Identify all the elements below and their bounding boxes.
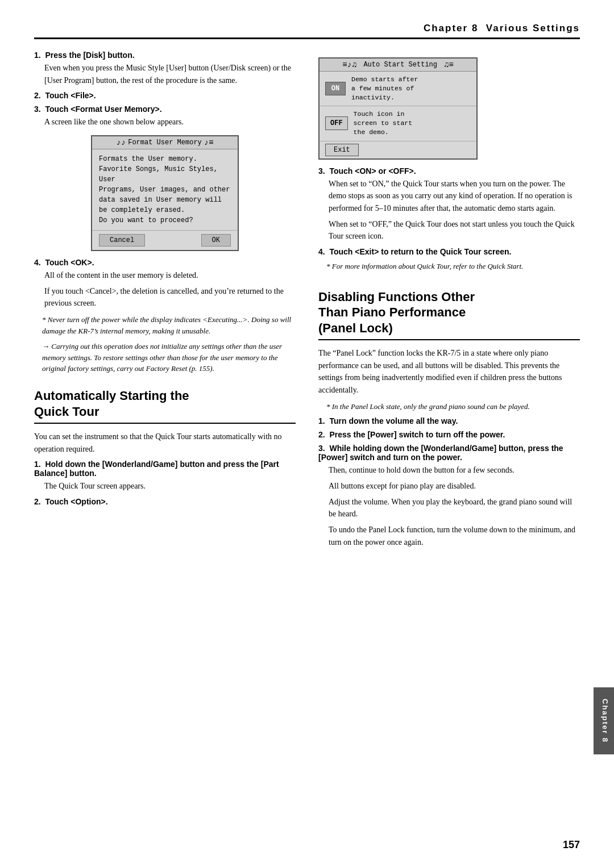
step-2-label: 2. Touch <File>. (34, 91, 296, 100)
auto-title-notes-left: ≡♪♫ (342, 60, 356, 69)
step-4: 4. Touch <OK>. All of the content in the… (34, 258, 296, 310)
auto-on-line3: inactivity. (351, 93, 418, 102)
auto-section-heading: Automatically Starting the Quick Tour (34, 388, 296, 424)
screen-line-6: Do you want to proceed? (99, 215, 231, 226)
disabling-heading-line2: Than Piano Performance (318, 305, 466, 319)
auto-off-desc: Touch icon in screen to start the demo. (354, 110, 413, 137)
auto-step-1: 1. Hold down the [Wonderland/Game] butto… (34, 460, 296, 493)
music-notes-left: ♪♪ (116, 138, 126, 147)
auto-step-1-label: 1. Hold down the [Wonderland/Game] butto… (34, 460, 296, 478)
step-2: 2. Touch <File>. (34, 91, 296, 100)
note-1: * Never turn off the power while the dis… (42, 314, 296, 336)
auto-exit-row: Exit (320, 141, 476, 158)
right-step-4-label: 4. Touch <Exit> to return to the Quick T… (318, 247, 580, 256)
disabling-heading-line1: Disabling Functions Other (318, 290, 475, 304)
screen-title-bar: ♪♪ Format User Memory ♪≡ (92, 136, 238, 149)
left-column: 1. Press the [Disk] button. Even when yo… (34, 51, 296, 553)
auto-on-desc: Demo starts after a few minutes of inact… (351, 75, 418, 102)
auto-start-screen: ≡♪♫ Auto Start Setting ♫≡ ON Demo starts… (318, 57, 478, 160)
screen-line-1: Formats the User memory. (99, 154, 231, 164)
disabling-step-3-body4: To undo the Panel Lock function, turn th… (329, 524, 580, 548)
auto-title-bar: ≡♪♫ Auto Start Setting ♫≡ (320, 59, 476, 72)
disabling-step-3-body3: Adjust the volume. When you play the key… (329, 496, 580, 520)
screen-line-4: data saved in User memory will (99, 195, 231, 205)
step-1-label: 1. Press the [Disk] button. (34, 51, 296, 60)
disabling-step-3-body1: Then, continue to hold down the button f… (329, 464, 580, 477)
disabling-note1: * In the Panel Lock state, only the gran… (326, 401, 580, 412)
auto-section-intro: You can set the instrument so that the Q… (34, 431, 296, 455)
step-1: 1. Press the [Disk] button. Even when yo… (34, 51, 296, 86)
right-step-3-label: 3. Touch <ON> or <OFF>. (318, 166, 580, 176)
auto-off-line2: screen to start (354, 119, 413, 128)
right-step-3-body1: When set to “ON,” the Quick Tour starts … (329, 178, 580, 215)
right-step-4: 4. Touch <Exit> to return to the Quick T… (318, 247, 580, 256)
disabling-section: Disabling Functions Other Than Piano Per… (318, 289, 580, 549)
auto-off-btn[interactable]: OFF (325, 116, 348, 130)
step-3: 3. Touch <Format User Memory>. A screen … (34, 105, 296, 128)
auto-on-line2: a few minutes of (351, 84, 418, 93)
chapter-section-title: Various Settings (486, 23, 580, 34)
step-3-body: A screen like the one shown below appear… (44, 116, 296, 128)
step-1-body: Even when you press the Music Style [Use… (44, 62, 296, 86)
auto-off-line1: Touch icon in (354, 110, 413, 119)
auto-heading-line1: Automatically Starting the (34, 389, 189, 403)
disabling-step-2-label: 2. Press the [Power] switch to turn off … (318, 430, 580, 439)
page-number: 157 (563, 839, 580, 851)
auto-heading-line2: Quick Tour (34, 404, 99, 419)
note-quicktour: * For more information about Quick Tour,… (326, 261, 580, 272)
auto-exit-btn[interactable]: Exit (325, 144, 359, 156)
screen-line-2: Favorite Songs, Music Styles, User (99, 164, 231, 185)
screen-line-3: Programs, User images, and other (99, 185, 231, 195)
auto-on-row: ON Demo starts after a few minutes of in… (320, 72, 476, 106)
right-step-3: 3. Touch <ON> or <OFF>. When set to “ON,… (318, 166, 580, 243)
auto-on-btn[interactable]: ON (325, 82, 346, 95)
right-column: ≡♪♫ Auto Start Setting ♫≡ ON Demo starts… (318, 51, 580, 553)
auto-title-notes-right: ♫≡ (444, 60, 454, 69)
auto-section: Automatically Starting the Quick Tour Yo… (34, 388, 296, 506)
screen-line-5: be completely erased. (99, 205, 231, 215)
auto-off-line3: the demo. (354, 128, 413, 137)
note-arrow: → Carrying out this operation does not i… (42, 341, 296, 374)
chapter-tab-text: Chapter 8 (601, 699, 609, 743)
disabling-step-1: 1. Turn down the volume all the way. (318, 416, 580, 425)
disabling-step-2: 2. Press the [Power] switch to turn off … (318, 430, 580, 439)
music-notes-right: ♪≡ (204, 138, 214, 147)
format-user-memory-screen: ♪♪ Format User Memory ♪≡ Formats the Use… (91, 135, 239, 251)
disabling-heading-line3: (Panel Lock) (318, 321, 393, 335)
cancel-button[interactable]: Cancel (99, 234, 145, 247)
step-4-body-2: If you touch <Cancel>, the deletion is c… (44, 285, 296, 310)
auto-off-row: OFF Touch icon in screen to start the de… (320, 106, 476, 141)
disabling-step-3-label: 3. While holding down the [Wonderland/Ga… (318, 444, 580, 462)
chapter-title: Chapter 8 (424, 23, 478, 34)
auto-title-text: Auto Start Setting (363, 61, 437, 69)
page-header: Chapter 8 Various Settings (34, 23, 580, 39)
ok-button[interactable]: OK (201, 234, 231, 247)
disabling-step-3: 3. While holding down the [Wonderland/Ga… (318, 444, 580, 548)
disabling-step-3-body2: All buttons except for piano play are di… (329, 480, 580, 493)
screen-title: Format User Memory (128, 139, 202, 147)
screen-buttons: Cancel OK (92, 230, 238, 250)
disabling-heading: Disabling Functions Other Than Piano Per… (318, 289, 580, 341)
auto-step-2: 2. Touch <Option>. (34, 497, 296, 506)
screen-content: Formats the User memory. Favorite Songs,… (92, 149, 238, 230)
chapter-tab: Chapter 8 (594, 687, 614, 754)
step-4-label: 4. Touch <OK>. (34, 258, 296, 267)
disabling-intro: The “Panel Lock” function locks the KR-7… (318, 347, 580, 397)
right-step-3-body2: When set to “OFF,” the Quick Tour does n… (329, 218, 580, 243)
header-separator (478, 23, 486, 34)
auto-step-1-body: The Quick Tour screen appears. (44, 480, 296, 493)
step-4-body-1: All of the content in the user memory is… (44, 269, 296, 282)
disabling-step-1-label: 1. Turn down the volume all the way. (318, 416, 580, 425)
step-3-label: 3. Touch <Format User Memory>. (34, 105, 296, 114)
auto-step-2-label: 2. Touch <Option>. (34, 497, 296, 506)
auto-on-line1: Demo starts after (351, 75, 418, 84)
